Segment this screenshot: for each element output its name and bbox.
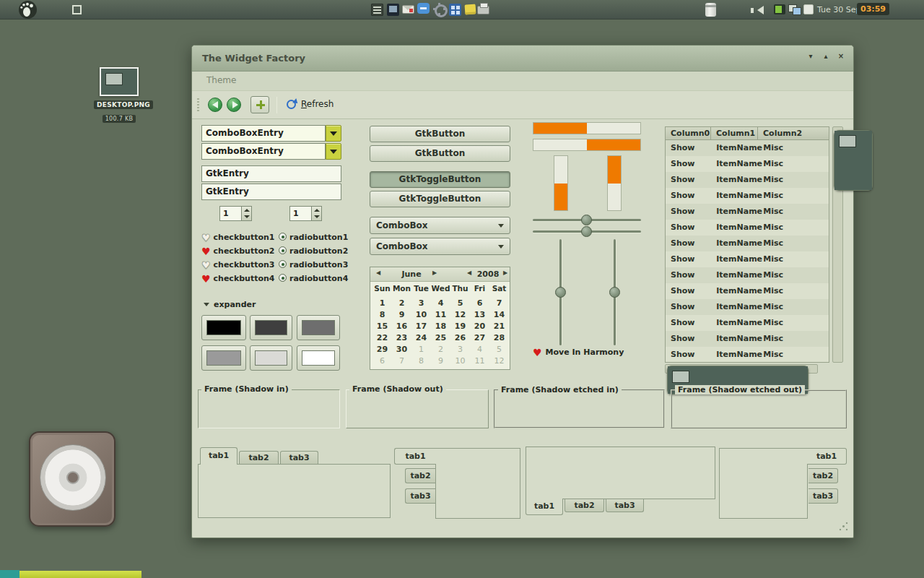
window-list-button[interactable]	[72, 5, 82, 14]
calendar-day[interactable]: 5	[450, 298, 470, 310]
calendar-day[interactable]: 12	[489, 356, 509, 368]
calendar-day[interactable]: 8	[411, 356, 431, 368]
radio-icon[interactable]	[279, 260, 287, 268]
calendar-day[interactable]: 4	[470, 345, 489, 356]
gtktogglebutton-1[interactable]: GtkToggleButton	[370, 171, 510, 188]
color-button-3[interactable]	[297, 315, 340, 340]
calendar-day[interactable]: 22	[372, 333, 392, 345]
radio-icon[interactable]	[279, 233, 287, 241]
comboboxentry-2-dropdown-button[interactable]	[326, 143, 341, 160]
notebook4-tab3[interactable]: tab3	[808, 488, 838, 504]
battery-icon[interactable]	[774, 4, 785, 14]
spinbutton-1-value[interactable]: 1	[223, 209, 229, 218]
table-row[interactable]: Show ItemName Misc	[666, 331, 829, 347]
vscale-1[interactable]	[555, 239, 566, 345]
menu-theme[interactable]: Theme	[206, 75, 236, 85]
calendar-day[interactable]: 30	[392, 345, 411, 356]
calendar-day[interactable]: 24	[411, 333, 431, 345]
table-row[interactable]: Show ItemName Misc	[666, 220, 829, 236]
table-row[interactable]: Show ItemName Misc	[666, 172, 829, 188]
tray-display-icon[interactable]	[387, 4, 399, 16]
table-vertical-scrollbar[interactable]	[832, 126, 843, 363]
spinbutton-1-steppers[interactable]	[241, 207, 251, 220]
resize-grip[interactable]	[838, 521, 849, 532]
color-button-4[interactable]	[201, 345, 246, 371]
gtkbutton-1[interactable]: GtkButton	[370, 126, 510, 142]
combobox-1[interactable]: ComboBox	[370, 217, 510, 234]
table-row[interactable]: Show ItemName Misc	[666, 236, 829, 251]
radiobutton[interactable]: radiobutton4	[279, 270, 348, 284]
table-row[interactable]: Show ItemName Misc	[666, 283, 829, 299]
calendar-day[interactable]: 1	[411, 345, 431, 356]
network-icon[interactable]	[788, 3, 801, 15]
color-button-1[interactable]	[201, 315, 246, 340]
calendar-day[interactable]: 2	[392, 298, 411, 310]
hscale-2[interactable]	[533, 226, 641, 237]
scale-handle[interactable]	[555, 287, 566, 298]
toolbar-grip[interactable]	[197, 98, 199, 113]
notebook1-tab1[interactable]: tab1	[200, 447, 237, 465]
comboboxentry-2[interactable]: ComboBoxEntry	[201, 143, 341, 160]
back-button[interactable]	[208, 98, 222, 112]
bottom-teal-window-edge[interactable]	[0, 570, 19, 578]
notebook2-tab3[interactable]: tab3	[405, 488, 435, 504]
clock-time[interactable]: 03:59	[857, 3, 889, 15]
spinbutton-1[interactable]: 1	[219, 206, 252, 221]
notification-area-icon[interactable]	[803, 4, 814, 14]
calendar-day[interactable]: 7	[392, 356, 411, 368]
calendar-day[interactable]: 12	[450, 310, 470, 322]
notebook4-tab1[interactable]: tab1	[807, 448, 847, 465]
desktop-file-icon[interactable]: DESKTOP.PNG 100.7 KB	[94, 67, 144, 124]
expander[interactable]: expander	[204, 300, 256, 309]
radiobutton[interactable]: radiobutton1	[279, 229, 348, 243]
heart-checkbox-icon[interactable]: ♥	[533, 347, 542, 358]
scrollbar-thumb[interactable]	[834, 130, 873, 191]
table-horizontal-scrollbar[interactable]	[665, 364, 818, 374]
radio-icon[interactable]	[279, 246, 287, 254]
calendar-day[interactable]: 15	[372, 322, 392, 333]
calendar-next-year-button[interactable]: ▶	[503, 269, 507, 276]
tray-mail-icon[interactable]	[402, 5, 414, 14]
applications-menu-button[interactable]	[19, 1, 37, 19]
radiobutton[interactable]: radiobutton3	[279, 256, 348, 270]
calendar-day[interactable]: 29	[372, 345, 392, 356]
calendar-day[interactable]: 19	[450, 322, 470, 333]
table-row[interactable]: Show ItemName Misc	[666, 188, 829, 204]
titlebar[interactable]: The Widget Factory ▾ ▴ ×	[192, 46, 853, 72]
checkbutton[interactable]: ♥checkbutton3	[201, 256, 274, 270]
notebook3-tab2[interactable]: tab2	[565, 499, 604, 512]
checkbutton[interactable]: ♥checkbutton1	[201, 229, 274, 243]
cd-case-icon[interactable]	[29, 431, 116, 527]
checkbutton[interactable]: ♥checkbutton2	[201, 243, 274, 256]
column-header-2[interactable]: Column2	[758, 126, 829, 140]
calendar-day[interactable]: 6	[470, 298, 489, 310]
calendar-next-month-button[interactable]: ▶	[432, 269, 437, 276]
volume-icon[interactable]	[757, 6, 764, 14]
table-row[interactable]: Show ItemName Misc	[666, 251, 829, 267]
tray-settings-gear-icon[interactable]	[433, 3, 445, 15]
table-row[interactable]: Show ItemName Misc	[666, 315, 829, 331]
column-header-0[interactable]: Column0	[665, 126, 711, 140]
calendar-day[interactable]: 9	[392, 310, 411, 322]
notebook4-tab2[interactable]: tab2	[808, 468, 838, 483]
calendar-day[interactable]: 18	[431, 322, 450, 333]
calendar-day[interactable]: 10	[450, 356, 470, 368]
comboboxentry-1[interactable]: ComboBoxEntry	[201, 125, 341, 142]
calendar-day[interactable]: 6	[372, 356, 392, 368]
scale-handle[interactable]	[581, 226, 592, 237]
vscale-2[interactable]	[609, 239, 620, 345]
notebook3-tab1[interactable]: tab1	[526, 499, 563, 515]
calendar-day[interactable]: 10	[411, 310, 431, 322]
bottom-taskbar-strip[interactable]	[19, 571, 141, 578]
notebook2-tab1[interactable]: tab1	[394, 448, 436, 465]
color-button-6[interactable]	[297, 345, 340, 371]
calendar-day[interactable]: 20	[470, 322, 489, 333]
notebook1-tab2[interactable]: tab2	[239, 451, 279, 464]
notebook1-tab3[interactable]: tab3	[280, 451, 318, 464]
calendar-day[interactable]: 1	[372, 298, 392, 310]
tray-jar-icon[interactable]	[705, 3, 716, 17]
add-button[interactable]	[250, 96, 269, 113]
radio-icon[interactable]	[279, 274, 287, 282]
comboboxentry-2-text[interactable]: ComboBoxEntry	[201, 143, 326, 160]
window-shade-button[interactable]: ▾	[806, 51, 816, 61]
